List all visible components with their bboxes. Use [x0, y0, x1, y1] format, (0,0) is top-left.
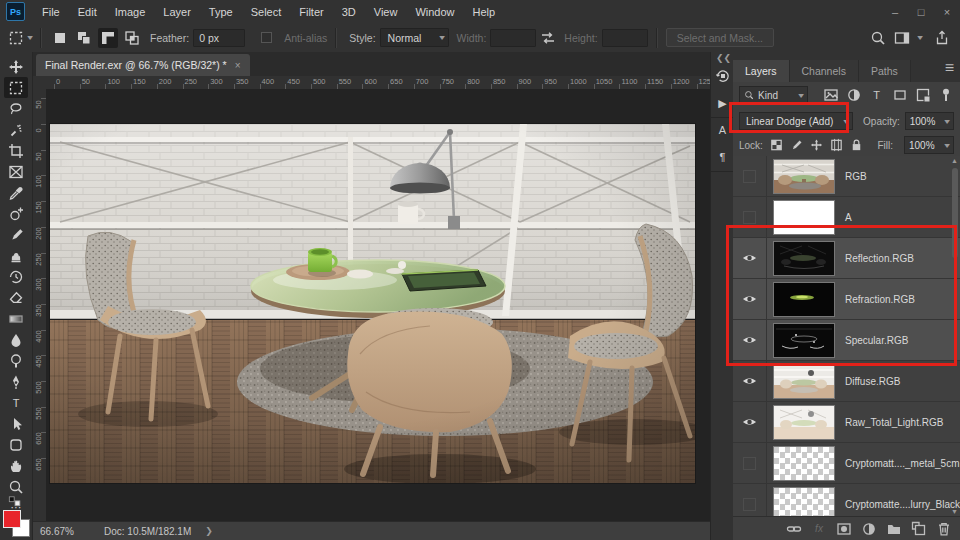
fill-value[interactable]: 100% ▾ — [904, 136, 954, 154]
subtract-selection-mode-button[interactable] — [98, 28, 118, 48]
width-input[interactable] — [490, 29, 536, 47]
layer-visibility-eye-icon[interactable] — [733, 238, 767, 278]
layer-thumbnail[interactable] — [773, 282, 835, 317]
layer-name[interactable]: A — [845, 212, 852, 223]
gradient-tool[interactable] — [4, 308, 28, 329]
add-selection-mode-button[interactable] — [74, 28, 94, 48]
layer-visibility-toggle[interactable] — [733, 484, 767, 516]
lock-paint-icon[interactable] — [789, 138, 804, 152]
layer-row[interactable]: Refraction.RGB — [733, 279, 960, 320]
layer-thumbnail[interactable] — [773, 405, 835, 440]
hand-tool[interactable] — [4, 455, 28, 476]
menu-help[interactable]: Help — [464, 6, 505, 18]
document-tab[interactable]: Final Render.exr @ 66.7% (RGB/32*) * × — [36, 54, 250, 76]
layer-name[interactable]: Cryptomatt...._metal_5cm — [845, 458, 959, 469]
filter-switch-icon[interactable] — [937, 88, 954, 103]
menu-edit[interactable]: Edit — [69, 6, 106, 18]
layer-visibility-toggle[interactable] — [733, 156, 767, 196]
kind-filter-dropdown[interactable]: Kind ▾ — [739, 86, 808, 104]
layers-scrollbar[interactable]: ▲ ▼ — [950, 156, 959, 516]
status-chevron-icon[interactable]: ❯ — [205, 526, 213, 536]
search-icon[interactable] — [870, 30, 886, 46]
layer-row[interactable]: Diffuse.RGB — [733, 361, 960, 402]
move-tool[interactable] — [4, 56, 28, 77]
scroll-down-icon[interactable]: ▼ — [950, 507, 959, 516]
render-image[interactable] — [50, 124, 695, 483]
close-button[interactable]: × — [934, 1, 960, 23]
layer-row[interactable]: Cryptomatt...._metal_5cm — [733, 443, 960, 484]
panel-tab-channels[interactable]: Channels — [790, 60, 859, 82]
share-icon[interactable] — [934, 30, 950, 46]
new-layer-button[interactable] — [911, 521, 927, 536]
type-tool[interactable]: T — [4, 392, 28, 413]
actions-panel-icon[interactable]: ▶ — [714, 94, 732, 112]
layer-name[interactable]: Reflection.RGB — [845, 253, 914, 264]
workspace-icon[interactable] — [894, 30, 910, 46]
panel-menu-icon[interactable]: ≡ — [945, 59, 954, 77]
minimize-button[interactable]: – — [882, 1, 908, 23]
frame-tool[interactable] — [4, 161, 28, 182]
height-input[interactable] — [602, 29, 648, 47]
panel-tab-layers[interactable]: Layers — [733, 60, 790, 82]
pen-tool[interactable] — [4, 371, 28, 392]
anti-alias-checkbox[interactable] — [261, 32, 272, 43]
layer-row[interactable]: RGB — [733, 156, 960, 197]
healing-brush-tool[interactable] — [4, 203, 28, 224]
adjustment-filter-icon[interactable] — [845, 88, 862, 103]
layer-visibility-eye-icon[interactable] — [733, 279, 767, 319]
lock-transparency-icon[interactable] — [769, 138, 784, 152]
zoom-level[interactable]: 66.67% — [40, 526, 92, 537]
swap-colors-icon[interactable] — [2, 496, 28, 508]
layer-name[interactable]: Refraction.RGB — [845, 294, 915, 305]
shape-tool[interactable] — [4, 434, 28, 455]
layer-thumbnail[interactable] — [773, 159, 835, 194]
layer-style-button[interactable]: fx — [811, 521, 827, 536]
smart-object-filter-icon[interactable] — [914, 88, 931, 103]
zoom-tool[interactable] — [4, 476, 28, 497]
layer-thumbnail[interactable] — [773, 323, 835, 358]
layer-name[interactable]: RGB — [845, 171, 867, 182]
intersect-selection-mode-button[interactable] — [122, 28, 142, 48]
style-dropdown[interactable]: Normal ▾ — [380, 28, 449, 47]
panel-tab-paths[interactable]: Paths — [859, 60, 911, 82]
new-group-button[interactable] — [886, 521, 902, 536]
tab-close-icon[interactable]: × — [235, 60, 241, 71]
type-filter-icon[interactable]: T — [868, 88, 885, 103]
menu-select[interactable]: Select — [242, 6, 291, 18]
layer-thumbnail[interactable] — [773, 241, 835, 276]
layer-name[interactable]: Raw_Total_Light.RGB — [845, 417, 943, 428]
layer-row[interactable]: Raw_Total_Light.RGB — [733, 402, 960, 443]
layer-row[interactable]: Cryptomatte....lurry_Black — [733, 484, 960, 516]
character-panel-icon[interactable]: A — [714, 121, 732, 139]
adjustment-layer-button[interactable] — [861, 521, 877, 536]
eyedropper-tool[interactable] — [4, 182, 28, 203]
paragraph-panel-icon[interactable]: ¶ — [714, 148, 732, 166]
pixel-filter-icon[interactable] — [822, 88, 839, 103]
layer-visibility-eye-icon[interactable] — [733, 320, 767, 360]
workspace-chevron-icon[interactable]: ▾ — [917, 33, 923, 42]
menu-window[interactable]: Window — [406, 6, 463, 18]
swap-dimensions-icon[interactable] — [540, 30, 556, 46]
history-brush-tool[interactable] — [4, 266, 28, 287]
menu-view[interactable]: View — [365, 6, 407, 18]
eraser-tool[interactable] — [4, 287, 28, 308]
menu-image[interactable]: Image — [106, 6, 155, 18]
layer-name[interactable]: Specular.RGB — [845, 335, 908, 346]
menu-file[interactable]: File — [33, 6, 69, 18]
link-layers-button[interactable] — [786, 521, 802, 536]
maximize-button[interactable]: □ — [908, 1, 934, 23]
tool-preset-chevron-icon[interactable]: ▾ — [27, 33, 33, 42]
foreground-color-swatch[interactable] — [3, 510, 21, 528]
layer-row[interactable]: A — [733, 197, 960, 238]
layer-visibility-eye-icon[interactable] — [733, 402, 767, 442]
scroll-up-icon[interactable]: ▲ — [950, 156, 959, 165]
blur-tool[interactable] — [4, 329, 28, 350]
layer-row[interactable]: Reflection.RGB — [733, 238, 960, 279]
history-panel-icon[interactable] — [714, 67, 732, 85]
clone-stamp-tool[interactable] — [4, 245, 28, 266]
expand-panels-icon[interactable]: ❮❮ — [711, 52, 734, 64]
layer-row[interactable]: Specular.RGB — [733, 320, 960, 361]
opacity-value[interactable]: 100% ▾ — [905, 112, 954, 130]
layer-visibility-eye-icon[interactable] — [733, 361, 767, 401]
menu-3d[interactable]: 3D — [333, 6, 365, 18]
